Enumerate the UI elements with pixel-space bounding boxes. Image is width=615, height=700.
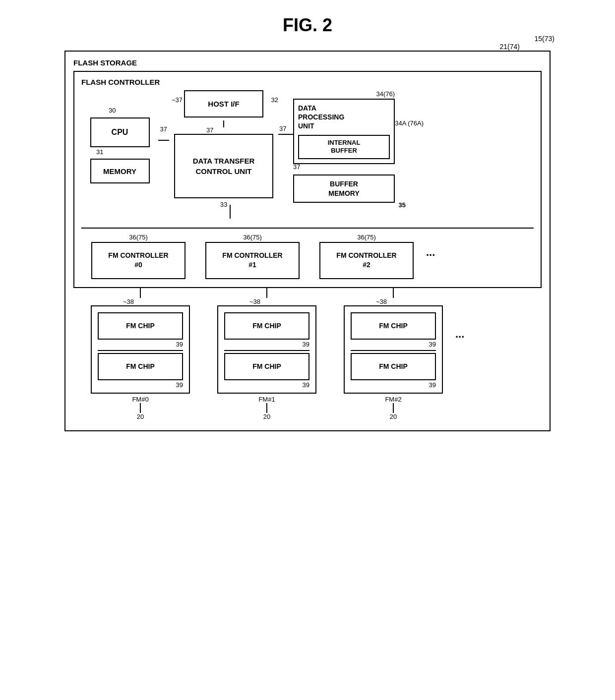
ref-39b: 39	[98, 381, 183, 389]
host-if-box: HOST I/F	[184, 90, 263, 117]
ref-20c: 20	[390, 413, 397, 420]
fm-controller-1-box: FM CONTROLLER #1	[205, 242, 300, 279]
ref-37-left: 37	[160, 125, 167, 133]
fm-2-label: FM#2	[385, 396, 401, 403]
memory-box: MEMORY	[90, 159, 150, 183]
fm-chip-1-top: FM CHIP	[224, 312, 309, 340]
fm-chip-dots: ...	[450, 328, 469, 341]
ref-32: 32	[271, 96, 278, 104]
fm0-vline-bot	[140, 403, 141, 413]
fm2-vline-top	[393, 288, 394, 298]
fm-chips-section: ~38 FM CHIP 39 FM CHIP 39 FM#0	[73, 288, 542, 420]
cpu-dtcu-line	[158, 140, 169, 141]
fm-ctrl-1-group: 36(75) FM CONTROLLER #1	[200, 233, 305, 279]
fm0-vline-top	[140, 288, 141, 298]
center-column: 32 ~37 HOST I/F 37	[169, 90, 278, 198]
fm-controllers-row: 36(75) FM CONTROLLER #0 36(75) FM CONTRO…	[81, 233, 534, 279]
fm-0-label: FM#0	[132, 396, 148, 403]
buffer-memory-box: BUFFER MEMORY 35	[293, 175, 395, 202]
fm2-vline-bot	[393, 403, 394, 413]
ref-30: 30	[109, 107, 116, 114]
ref-39e: 39	[351, 341, 436, 348]
fm-controller-2-box: FM CONTROLLER #2	[319, 242, 414, 279]
ref-34-76: 34(76)	[376, 90, 395, 98]
internal-buffer-box: INTERNAL BUFFER	[298, 135, 390, 160]
hostif-dtcu-vline	[223, 120, 224, 127]
fm0-divider	[98, 350, 183, 351]
ref-39d: 39	[224, 381, 309, 389]
fm-group-0: ~38 FM CHIP 39 FM CHIP 39 FM#0	[83, 288, 197, 420]
fm1-vline-bot	[266, 403, 267, 413]
fm-chip-1-bottom: FM CHIP	[224, 353, 309, 380]
fm-ctrl-2-group: 36(75) FM CONTROLLER #2	[314, 233, 419, 279]
dpu-label: DATA PROCESSING UNIT	[298, 104, 390, 131]
ref-20b: 20	[263, 413, 270, 420]
ref-15-73: 15(73)	[535, 35, 554, 43]
ref-31: 31	[96, 148, 103, 156]
fm-chip-2-bottom: FM CHIP	[351, 353, 436, 380]
dtcu-down-vline	[230, 205, 231, 219]
fm1-vline-top	[266, 288, 267, 298]
fm-chip-outer-2: FM CHIP 39 FM CHIP 39	[344, 305, 443, 394]
cpu-memory-column: 30 37 CPU 31 MEMORY	[81, 117, 158, 183]
flash-storage-label: FLASH STORAGE	[73, 58, 542, 67]
fm2-divider	[351, 350, 436, 351]
ref-39a: 39	[98, 341, 183, 348]
ref-20a: 20	[137, 413, 144, 420]
fc-divider	[81, 228, 534, 229]
flash-controller-label: FLASH CONTROLLER	[81, 78, 534, 86]
flash-controller-box: FLASH CONTROLLER 30 37 CPU 31	[73, 71, 542, 288]
fm-ctrl-dots: ...	[419, 246, 442, 259]
ref-33: 33	[220, 201, 227, 208]
ref-37-b: ~37	[172, 96, 183, 104]
ref-38c: ~38	[376, 298, 387, 305]
fm-ctrl-0-group: 36(75) FM CONTROLLER #0	[86, 233, 190, 279]
ref-34a-76a: 34A (76A)	[395, 119, 424, 128]
fm-controller-0-box: FM CONTROLLER #0	[91, 242, 185, 279]
ref-21-74: 21(74)	[500, 43, 520, 51]
host-if-container: 32 ~37 HOST I/F	[184, 90, 263, 120]
ref-37-c: 37	[206, 126, 213, 134]
dpu-box: DATA PROCESSING UNIT INTERNAL BUFFER 34A…	[293, 99, 395, 164]
dtcu-box: DATA TRANSFER CONTROL UNIT	[174, 134, 273, 198]
ref-39c: 39	[224, 341, 309, 348]
ref-35: 35	[399, 201, 406, 210]
cpu-box: CPU	[90, 117, 150, 147]
fm-chip-0-bottom: FM CHIP	[98, 353, 183, 380]
ref-36a: 36(75)	[129, 233, 148, 241]
fm-chip-outer-0: FM CHIP 39 FM CHIP 39	[91, 305, 190, 394]
ref-37-e: 37	[293, 163, 300, 171]
fm-group-2: ~38 FM CHIP 39 FM CHIP 39 FM#2 20	[336, 288, 450, 420]
ref-38a: ~38	[123, 298, 134, 305]
dtcu-container: DATA TRANSFER CONTROL UNIT 33	[174, 134, 273, 198]
dpu-column: 34(76) DATA PROCESSING UNIT INTERNAL BUF…	[293, 90, 395, 203]
ref-37-d: 37	[279, 125, 286, 132]
fm-group-1: ~38 FM CHIP 39 FM CHIP 39 FM#1 20	[210, 288, 324, 420]
fm-1-label: FM#1	[258, 396, 275, 403]
fm-chip-outer-1: FM CHIP 39 FM CHIP 39	[217, 305, 316, 394]
ref-39f: 39	[351, 381, 436, 389]
flash-storage-box: 15(73) 21(74) FLASH STORAGE FLASH CONTRO…	[64, 51, 551, 431]
ref-36c: 36(75)	[357, 233, 376, 241]
fm-chip-0-top: FM CHIP	[98, 312, 183, 340]
dtcu-dpu-hline	[278, 134, 293, 135]
dtcu-dpu-connector: 37	[278, 134, 293, 135]
fc-top-container: 30 37 CPU 31 MEMORY	[81, 90, 534, 219]
fm-chip-2-top: FM CHIP	[351, 312, 436, 340]
ref-36b: 36(75)	[243, 233, 262, 241]
figure-title: FIG. 2	[283, 15, 332, 36]
fm1-divider	[224, 350, 309, 351]
ref-38b: ~38	[249, 298, 260, 305]
